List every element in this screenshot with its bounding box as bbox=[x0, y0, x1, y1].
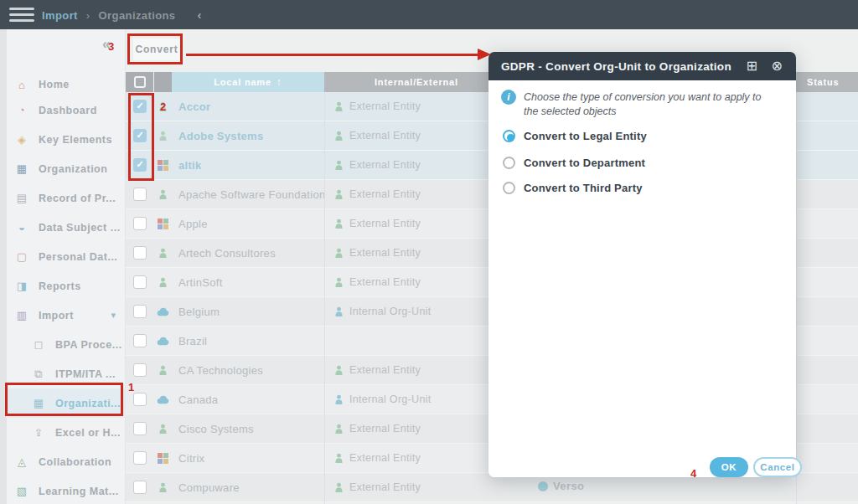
org-name: Canada bbox=[172, 393, 324, 406]
chevron-down-icon: ▾ bbox=[111, 310, 116, 321]
row-checkbox[interactable] bbox=[133, 481, 147, 494]
org-entity-icon bbox=[153, 248, 172, 259]
column-header-icon bbox=[154, 72, 172, 92]
org-name: Citrix bbox=[172, 452, 324, 465]
org-entity-icon bbox=[153, 189, 172, 200]
learning-icon: ▧ bbox=[15, 485, 28, 497]
cloud-icon bbox=[153, 306, 172, 316]
org-name: Apache Software Foundation bbox=[172, 188, 324, 201]
annotation-box-sidebar-item bbox=[5, 383, 123, 416]
radio-unselected-icon[interactable] bbox=[503, 182, 515, 194]
table-row[interactable]: Compuware External Entity bbox=[126, 473, 858, 502]
popout-window-icon[interactable]: ⊞ bbox=[747, 58, 757, 74]
org-entity-icon bbox=[153, 131, 172, 141]
row-checkbox[interactable] bbox=[133, 363, 147, 377]
column-divider bbox=[796, 92, 797, 504]
radio-convert-department[interactable]: Convert to Department bbox=[503, 157, 645, 169]
cloud-icon bbox=[153, 394, 172, 404]
breadcrumb-separator: › bbox=[86, 9, 90, 22]
hamburger-menu-icon[interactable] bbox=[9, 8, 34, 22]
sidebar-item-collaboration[interactable]: ◬ Collaboration bbox=[7, 447, 126, 476]
column-header-internal-external[interactable]: Internal/External bbox=[375, 77, 458, 87]
itpm-icon: ⧉ bbox=[32, 368, 45, 381]
data-subject-icon: ◒ bbox=[15, 221, 28, 234]
org-type: External Entity bbox=[324, 481, 858, 493]
record-icon: ▤ bbox=[15, 192, 28, 204]
info-icon: i bbox=[501, 90, 516, 105]
org-name: Adobe Systems bbox=[172, 130, 324, 142]
sidebar-item-organization[interactable]: ▦ Organization bbox=[7, 154, 126, 183]
row-checkbox[interactable] bbox=[133, 451, 147, 465]
org-name: Apple bbox=[172, 218, 324, 230]
sidebar-item-key-elements[interactable]: ◈ Key Elements bbox=[7, 125, 126, 154]
sidebar-item-record-of-processing[interactable]: ▤ Record of Pr... bbox=[7, 183, 126, 213]
row-checkbox[interactable] bbox=[133, 246, 147, 260]
share-icon[interactable]: ‹ bbox=[198, 8, 202, 22]
row-checkbox[interactable] bbox=[133, 217, 147, 230]
sidebar-item-data-subject[interactable]: ◒ Data Subject ... bbox=[7, 213, 126, 242]
organization-icon: ▦ bbox=[15, 162, 28, 175]
company-logo-icon bbox=[153, 160, 172, 171]
breadcrumb-import[interactable]: Import bbox=[42, 9, 78, 22]
org-entity-icon bbox=[153, 482, 172, 493]
sidebar-item-excel-import[interactable]: ⇪ Excel or H... bbox=[7, 418, 126, 447]
row-checkbox[interactable] bbox=[133, 188, 147, 201]
column-header-status[interactable]: Status bbox=[807, 77, 839, 87]
org-entity-icon bbox=[153, 424, 172, 435]
org-name: Accor bbox=[172, 100, 324, 113]
sort-ascending-icon: ↑ bbox=[277, 76, 282, 88]
sidebar-item-home[interactable]: ⌂ Home bbox=[7, 74, 126, 95]
sidebar-item-dashboard[interactable]: ◔ Dashboard bbox=[7, 95, 126, 125]
org-name: ArtinSoft bbox=[172, 276, 324, 289]
row-checkbox[interactable] bbox=[133, 305, 147, 318]
org-entity-icon bbox=[153, 365, 172, 376]
annotation-box-convert bbox=[127, 33, 183, 64]
sidebar-item-bpa-process[interactable]: ◻ BPA Proce... bbox=[7, 330, 126, 359]
verso-logo-icon bbox=[538, 481, 548, 491]
close-icon[interactable]: ⊗ bbox=[772, 58, 783, 74]
cancel-button[interactable]: Cancel bbox=[753, 457, 802, 477]
convert-dialog: GDPR - Convert Org-Unit to Organization … bbox=[488, 52, 796, 477]
radio-unselected-icon[interactable] bbox=[503, 157, 515, 169]
row-checkbox[interactable] bbox=[133, 275, 147, 289]
row-checkbox[interactable] bbox=[133, 393, 147, 406]
breadcrumb: Import › Organizations ‹ bbox=[42, 8, 202, 22]
annotation-arrow-line bbox=[186, 54, 479, 56]
app-window: Import › Organizations ‹ « ⌂ Home ◔ Dash… bbox=[0, 0, 858, 504]
ok-button[interactable]: OK bbox=[710, 457, 748, 477]
sidebar-left-edge bbox=[0, 29, 7, 504]
personal-data-icon: ▢ bbox=[15, 250, 28, 263]
sidebar-item-personal-data[interactable]: ▢ Personal Dat... bbox=[7, 242, 126, 271]
annotation-box-checkboxes bbox=[128, 93, 154, 181]
excel-import-icon: ⇪ bbox=[32, 426, 45, 439]
radio-selected-icon[interactable] bbox=[503, 130, 515, 142]
org-name: Belgium bbox=[172, 306, 324, 318]
home-icon: ⌂ bbox=[15, 79, 28, 91]
sidebar-item-import[interactable]: ▥ Import ▾ bbox=[7, 301, 126, 330]
import-icon: ▥ bbox=[15, 309, 28, 321]
cloud-icon bbox=[153, 336, 172, 346]
dialog-header: GDPR - Convert Org-Unit to Organization … bbox=[488, 52, 796, 80]
sidebar: « ⌂ Home ◔ Dashboard ◈ Key Elements ▦ Or… bbox=[7, 29, 126, 504]
org-name: Brazil bbox=[172, 335, 324, 347]
row-checkbox[interactable] bbox=[133, 422, 147, 435]
breadcrumb-organizations[interactable]: Organizations bbox=[99, 9, 176, 22]
column-header-local-name[interactable]: Local name ↑ bbox=[172, 72, 324, 92]
select-all-checkbox[interactable] bbox=[126, 72, 153, 92]
dashboard-icon: ◔ bbox=[15, 104, 28, 116]
sidebar-item-learning-materials[interactable]: ▧ Learning Mat... bbox=[7, 476, 126, 504]
company-logo-icon bbox=[153, 219, 172, 229]
column-divider bbox=[324, 92, 325, 504]
dialog-title: GDPR - Convert Org-Unit to Organization bbox=[501, 60, 731, 73]
radio-convert-third-party[interactable]: Convert to Third Party bbox=[503, 182, 643, 194]
annotation-number-3: 3 bbox=[108, 40, 114, 53]
radio-convert-legal-entity[interactable]: Convert to Legal Entity bbox=[503, 130, 647, 142]
dialog-info-text: Choose the type of conversion you want t… bbox=[524, 90, 778, 119]
dialog-info: i Choose the type of conversion you want… bbox=[501, 90, 778, 119]
sidebar-item-reports[interactable]: ◨ Reports bbox=[7, 271, 126, 301]
annotation-number-4: 4 bbox=[690, 467, 696, 480]
row-checkbox[interactable] bbox=[133, 334, 147, 347]
verso-watermark: Verso bbox=[538, 480, 584, 492]
annotation-number-2: 2 bbox=[160, 100, 166, 113]
bpa-process-icon: ◻ bbox=[32, 338, 45, 351]
